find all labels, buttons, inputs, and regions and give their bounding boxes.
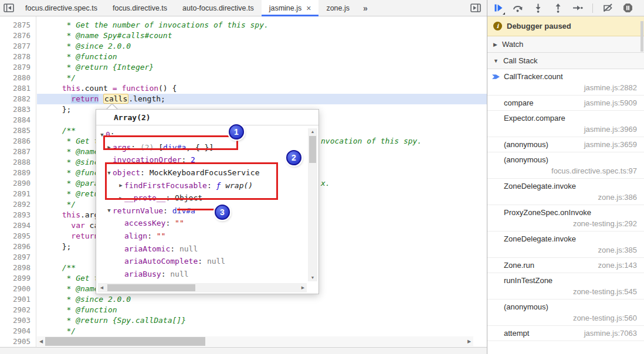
frame-location[interactable]: zone-testing.js:560 xyxy=(504,312,637,324)
line-number[interactable]: 2899 xyxy=(0,273,36,284)
expanded-triangle-icon[interactable]: ▼ xyxy=(106,207,113,213)
line-number[interactable]: 2880 xyxy=(0,73,36,83)
object-property-row[interactable]: ▼returnValue: div#a xyxy=(96,205,307,217)
tab-auto-focus.directive.ts[interactable]: auto-focus.directive.ts xyxy=(175,0,262,16)
line-number[interactable]: 2876 xyxy=(0,30,36,41)
object-property-row[interactable]: ariaAutoComplete: null xyxy=(96,255,307,268)
section-watch[interactable]: ▶ Watch xyxy=(487,36,644,53)
call-stack-frame[interactable]: CallTracker.countjasmine.js:2882 xyxy=(487,69,644,96)
call-stack-frame[interactable]: comparejasmine.js:5909 xyxy=(487,96,644,111)
object-property-row[interactable]: accessKey: "" xyxy=(96,217,307,230)
resume-script-execution-icon[interactable] xyxy=(493,3,503,13)
editor-horizontal-scrollbar[interactable]: ◀ ▶ xyxy=(37,336,473,346)
line-number[interactable]: 2883 xyxy=(0,104,36,115)
line-number[interactable]: 2895 xyxy=(0,231,36,241)
tab-jasmine.js[interactable]: jasmine.js× xyxy=(262,0,319,16)
frame-location[interactable]: jasmine.js:3969 xyxy=(504,124,637,135)
tab-focus.directive.spec.ts[interactable]: focus.directive.spec.ts xyxy=(18,0,105,16)
line-number[interactable]: 2875 xyxy=(0,20,36,30)
line-number[interactable]: 2894 xyxy=(0,220,36,231)
line-number[interactable]: 2887 xyxy=(0,147,36,157)
deactivate-breakpoints-icon[interactable] xyxy=(602,3,613,13)
property-value: null xyxy=(207,257,225,266)
frame-location[interactable]: zone-testing.js:545 xyxy=(504,286,637,297)
more-tabs-icon[interactable]: » xyxy=(357,0,374,16)
call-stack-frame[interactable]: (anonymous)jasmine.js:3659 xyxy=(487,137,644,152)
line-number[interactable]: 2903 xyxy=(0,315,36,326)
scroll-up-icon[interactable]: ▲ xyxy=(308,128,317,135)
step-icon[interactable] xyxy=(572,3,583,13)
tab-focus.directive.ts[interactable]: focus.directive.ts xyxy=(105,0,175,16)
pause-on-exceptions-icon[interactable] xyxy=(622,3,633,13)
frame-location[interactable]: jasmine.js:5909 xyxy=(584,97,637,108)
step-out-icon[interactable] xyxy=(553,3,563,13)
property-colon: : xyxy=(165,219,175,227)
line-number[interactable]: 2898 xyxy=(0,263,36,273)
object-property-row[interactable]: align: "" xyxy=(96,230,307,243)
chevron-down-icon[interactable]: ▼ xyxy=(493,58,499,64)
scroll-right-icon[interactable]: ▶ xyxy=(465,336,473,346)
debugger-sidebar: i Debugger paused ▶ Watch ▼ Call Stack C… xyxy=(487,0,644,354)
object-property-row[interactable]: ariaAtomic: null xyxy=(96,242,307,255)
call-stack-frame[interactable]: attemptjasmine.js:7063 xyxy=(487,326,644,341)
line-number-gutter[interactable]: 2875287628772878287928802881288228832884… xyxy=(0,16,36,347)
line-number[interactable]: 2904 xyxy=(0,326,36,336)
line-number[interactable]: 2877 xyxy=(0,41,36,52)
scroll-left-icon[interactable]: ◀ xyxy=(98,283,106,292)
line-number[interactable]: 2901 xyxy=(0,294,36,305)
call-stack-frame[interactable]: ZoneDelegate.invokezone.js:385 xyxy=(487,232,644,258)
popup-horizontal-scrollbar[interactable]: ◀ ▶ xyxy=(98,283,307,292)
frame-location[interactable]: jasmine.js:7063 xyxy=(584,328,637,339)
line-number[interactable]: 2891 xyxy=(0,189,36,199)
popup-vscroll-thumb[interactable] xyxy=(309,136,316,163)
line-number[interactable]: 2896 xyxy=(0,241,36,252)
line-number[interactable]: 2888 xyxy=(0,157,36,168)
line-number[interactable]: 2897 xyxy=(0,252,36,263)
call-stack-frame[interactable]: (anonymous)focus.directive.spec.ts:97 xyxy=(487,152,644,179)
call-stack-frame[interactable]: ProxyZoneSpec.onInvokezone-testing.js:29… xyxy=(487,205,644,232)
frame-location[interactable]: zone-testing.js:292 xyxy=(504,218,637,229)
debugger-sidebar-toggle-icon[interactable] xyxy=(467,0,484,16)
scroll-down-icon[interactable]: ▼ xyxy=(308,274,317,281)
section-call-stack[interactable]: ▼ Call Stack xyxy=(487,53,644,69)
call-stack-frame[interactable]: Zone.runzone.js:143 xyxy=(487,258,644,273)
call-stack-frame[interactable]: Expector.comparejasmine.js:3969 xyxy=(487,111,644,137)
tab-zone.js[interactable]: zone.js xyxy=(318,0,357,16)
navigator-panel-toggle-icon[interactable] xyxy=(0,0,18,16)
scroll-left-icon[interactable]: ◀ xyxy=(37,336,45,346)
frame-location[interactable]: focus.directive.spec.ts:97 xyxy=(504,165,637,176)
popup-hscroll-thumb[interactable] xyxy=(107,284,195,291)
close-tab-icon[interactable]: × xyxy=(306,4,311,12)
frame-location[interactable]: jasmine.js:2882 xyxy=(504,82,637,93)
line-number[interactable]: 2902 xyxy=(0,305,36,315)
line-number[interactable]: 2893 xyxy=(0,210,36,220)
line-number[interactable]: 2882 xyxy=(0,94,36,104)
frame-location[interactable]: zone.js:386 xyxy=(504,192,637,203)
frame-location[interactable]: zone.js:143 xyxy=(598,260,638,271)
line-number[interactable]: 2884 xyxy=(0,115,36,125)
line-number[interactable]: 2879 xyxy=(0,62,36,73)
call-stack-frame[interactable]: runInTestZonezone-testing.js:545 xyxy=(487,273,644,299)
step-over-icon[interactable] xyxy=(513,3,523,13)
frame-location[interactable]: zone.js:385 xyxy=(504,244,637,256)
chevron-right-icon[interactable]: ▶ xyxy=(493,42,497,47)
evaluated-token[interactable]: calls xyxy=(103,94,128,104)
line-number[interactable]: 2886 xyxy=(0,136,36,147)
object-property-row[interactable]: ariaBusy: null xyxy=(96,268,307,281)
scroll-right-icon[interactable]: ▶ xyxy=(299,283,307,292)
call-stack-frame[interactable]: (anonymous)zone-testing.js:560 xyxy=(487,299,644,326)
frame-location[interactable]: jasmine.js:3659 xyxy=(584,139,637,150)
line-number[interactable]: 2900 xyxy=(0,284,36,294)
horizontal-scroll-thumb[interactable] xyxy=(45,337,205,346)
line-number[interactable]: 2878 xyxy=(0,52,36,62)
sidebar-scroll-thumb[interactable] xyxy=(640,21,643,52)
popup-vertical-scrollbar[interactable]: ▲ ▼ xyxy=(308,128,317,281)
line-number[interactable]: 2889 xyxy=(0,168,36,178)
line-number[interactable]: 2905 xyxy=(0,336,36,347)
line-number[interactable]: 2890 xyxy=(0,178,36,189)
line-number[interactable]: 2881 xyxy=(0,83,36,94)
step-into-icon[interactable] xyxy=(533,3,543,13)
line-number[interactable]: 2885 xyxy=(0,125,36,136)
call-stack-frame[interactable]: ZoneDelegate.invokezone.js:386 xyxy=(487,179,644,205)
line-number[interactable]: 2892 xyxy=(0,199,36,210)
